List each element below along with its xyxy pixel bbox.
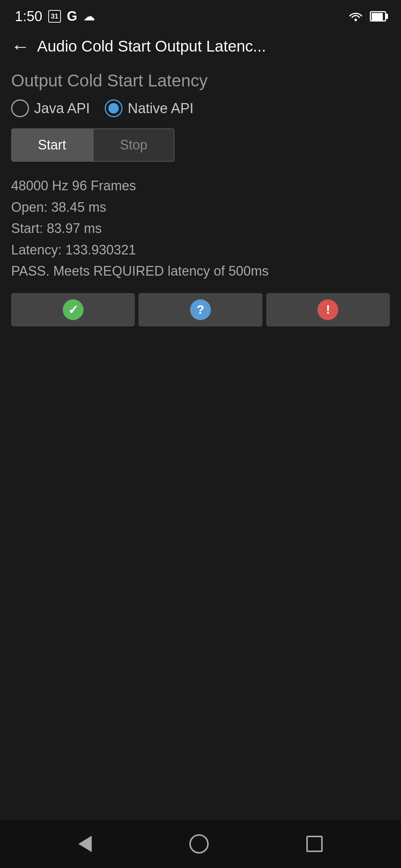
radio-native-inner bbox=[108, 103, 119, 114]
main-content: Output Cold Start Latency Java API Nativ… bbox=[0, 63, 401, 334]
nav-back-button[interactable] bbox=[78, 836, 92, 852]
radio-java[interactable]: Java API bbox=[11, 99, 90, 117]
cloud-icon: ☁ bbox=[83, 9, 95, 23]
status-right bbox=[348, 10, 386, 22]
question-icon: ? bbox=[190, 299, 211, 320]
question-mark: ? bbox=[197, 302, 205, 317]
stop-button[interactable]: Stop bbox=[93, 128, 175, 162]
result-line-1: Open: 38.45 ms bbox=[11, 197, 390, 218]
nav-recents-button[interactable] bbox=[306, 836, 323, 852]
fail-button[interactable]: ! bbox=[266, 293, 390, 326]
google-icon: G bbox=[67, 9, 77, 24]
radio-java-circle bbox=[11, 99, 29, 117]
bottom-nav bbox=[0, 820, 401, 868]
svg-point-0 bbox=[355, 19, 357, 21]
result-line-3: Latency: 133.930321 bbox=[11, 239, 390, 261]
radio-native-label: Native API bbox=[128, 101, 193, 116]
status-buttons-row: ✓ ? ! bbox=[11, 293, 390, 326]
fail-icon: ! bbox=[317, 299, 338, 320]
toolbar: ← Audio Cold Start Output Latenc... bbox=[0, 30, 401, 63]
radio-native-circle bbox=[105, 99, 123, 117]
battery-icon bbox=[370, 11, 386, 22]
page-title: Audio Cold Start Output Latenc... bbox=[37, 37, 390, 55]
fail-exclaim: ! bbox=[326, 302, 330, 317]
status-left: 1:50 31 G ☁ bbox=[15, 9, 95, 24]
pass-icon: ✓ bbox=[63, 299, 84, 320]
calendar-icon: 31 bbox=[48, 10, 61, 23]
question-button[interactable]: ? bbox=[138, 293, 262, 326]
start-button[interactable]: Start bbox=[11, 128, 93, 162]
results-section: 48000 Hz 96 Frames Open: 38.45 ms Start:… bbox=[11, 175, 390, 282]
home-circle-icon bbox=[189, 834, 209, 854]
back-triangle-icon bbox=[78, 836, 92, 852]
result-line-4: PASS. Meets REQUIRED latency of 500ms bbox=[11, 260, 390, 282]
result-line-2: Start: 83.97 ms bbox=[11, 218, 390, 239]
status-bar: 1:50 31 G ☁ bbox=[0, 0, 401, 30]
pass-checkmark: ✓ bbox=[68, 302, 78, 317]
recents-square-icon bbox=[306, 836, 323, 852]
nav-home-button[interactable] bbox=[189, 834, 209, 854]
action-buttons: Start Stop bbox=[11, 128, 390, 162]
status-time: 1:50 bbox=[15, 9, 42, 24]
back-button[interactable]: ← bbox=[11, 37, 30, 56]
radio-group: Java API Native API bbox=[11, 99, 390, 117]
radio-java-label: Java API bbox=[34, 101, 90, 116]
wifi-icon bbox=[348, 10, 364, 22]
pass-button[interactable]: ✓ bbox=[11, 293, 135, 326]
radio-native[interactable]: Native API bbox=[105, 99, 193, 117]
section-title: Output Cold Start Latency bbox=[11, 70, 390, 91]
result-line-0: 48000 Hz 96 Frames bbox=[11, 175, 390, 197]
